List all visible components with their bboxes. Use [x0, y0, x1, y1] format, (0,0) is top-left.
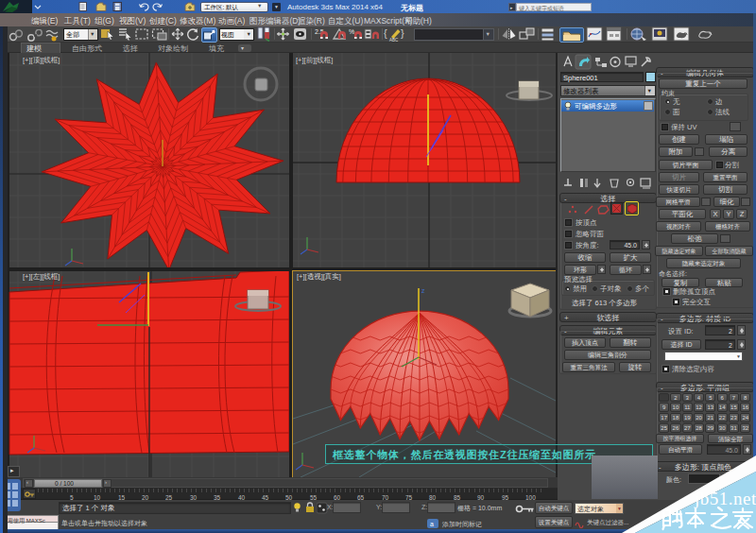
svg-text:a: a: [430, 521, 434, 527]
svg-text:{: {: [384, 27, 387, 39]
svg-text:}: }: [401, 27, 404, 39]
svg-text:ABC: ABC: [389, 38, 399, 43]
svg-text:%: %: [349, 28, 354, 35]
